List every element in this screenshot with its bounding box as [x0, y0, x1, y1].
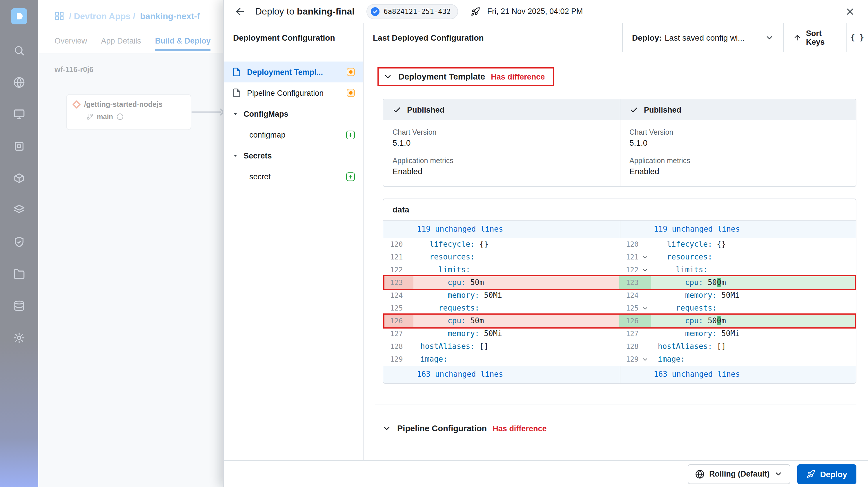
check-icon — [629, 105, 638, 114]
globe-icon — [695, 469, 705, 479]
diff-line-121: 121resources:121resources: — [383, 251, 856, 263]
deploy-dropdown-value: Last saved config wi... — [665, 33, 745, 42]
arrow-up-icon — [793, 33, 801, 41]
nav-deployment-template-label: Deployment Templ... — [247, 68, 323, 76]
chevron-down-icon — [382, 424, 392, 433]
chart-version-value: 5.1.0 — [629, 138, 846, 147]
drift-indicator-icon — [347, 68, 355, 76]
nav-configmaps-label: ConfigMaps — [244, 109, 288, 118]
image-tag-badge[interactable]: 6a824121-251-432 — [366, 4, 458, 19]
char-diff-highlight: 0 — [717, 316, 722, 325]
code-line-right: cpu: 500m — [651, 315, 856, 327]
diff-line-129: 129image:129image: — [383, 353, 856, 366]
expand-unchanged-right[interactable]: 163 unchanged lines — [620, 366, 856, 383]
code-line-left: resources: — [413, 251, 618, 263]
caret-down-icon — [232, 152, 239, 159]
sort-keys-label: Sort Keys — [806, 29, 837, 46]
chart-version-label: Chart Version — [393, 128, 610, 136]
check-icon — [393, 105, 401, 114]
comparison-toolbar: Deployment Configuration Last Deployed C… — [224, 23, 868, 52]
published-left: Published Chart Version 5.1.0 Applicatio… — [383, 99, 620, 186]
diff-line-120: 120lifecycle: {}120lifecycle: {} — [383, 238, 856, 251]
line-number-right[interactable]: 129 — [618, 353, 651, 366]
published-panel: Published Chart Version 5.1.0 Applicatio… — [383, 99, 857, 187]
diff-unchanged-banner: 163 unchanged lines163 unchanged lines — [383, 366, 856, 383]
nav-secret[interactable]: secret — [224, 166, 363, 187]
expand-unchanged-left[interactable]: 119 unchanged lines — [383, 221, 620, 238]
line-number-left: 126 — [383, 315, 413, 327]
file-icon — [232, 88, 241, 97]
nav-pipeline-configuration[interactable]: Pipeline Configuration — [224, 82, 363, 103]
diff-rows: 119 unchanged lines119 unchanged lines12… — [383, 221, 856, 383]
line-number-left: 123 — [383, 276, 413, 289]
added-indicator-icon — [346, 172, 355, 181]
code-editor-view-button[interactable]: { } — [846, 23, 868, 52]
section-title: Deployment Template — [398, 72, 485, 81]
nav-deployment-template[interactable]: Deployment Templ... — [224, 61, 363, 82]
compare-with-dropdown[interactable]: Deploy: Last saved config wi... — [622, 23, 783, 52]
chevron-down-icon — [765, 33, 774, 42]
nav-group-secrets[interactable]: Secrets — [224, 145, 363, 166]
close-button[interactable] — [842, 4, 858, 19]
chart-version-label: Chart Version — [629, 128, 846, 136]
nav-configmap[interactable]: configmap — [224, 124, 363, 145]
deployment-strategy-dropdown[interactable]: Rolling (Default) — [688, 464, 790, 484]
code-line-left: memory: 50Mi — [413, 327, 618, 340]
code-line-right: requests: — [651, 302, 856, 315]
sort-keys-button[interactable]: Sort Keys — [783, 23, 846, 52]
has-difference-badge: Has difference — [493, 424, 547, 433]
expand-unchanged-left[interactable]: 163 unchanged lines — [383, 366, 620, 383]
screen: / Devtron Apps / banking-next-f Overview… — [0, 0, 868, 487]
code-line-left: hostAliases: [] — [413, 340, 618, 353]
nav-secrets-label: Secrets — [244, 151, 272, 160]
line-number-right: 120 — [618, 238, 651, 251]
code-line-right: memory: 50Mi — [651, 327, 856, 340]
line-number-left: 121 — [383, 251, 413, 263]
char-diff-highlight: 0 — [717, 278, 722, 287]
published-right: Published Chart Version 5.1.0 Applicatio… — [620, 99, 856, 186]
diff-line-123: 123cpu: 50m123cpu: 500m — [383, 276, 856, 289]
added-indicator-icon — [346, 130, 355, 139]
section-pipeline-configuration[interactable]: Pipeline Configuration Has difference — [377, 420, 555, 436]
fold-chevron-icon — [642, 305, 648, 311]
code-line-right: memory: 50Mi — [651, 289, 856, 302]
back-button[interactable] — [232, 3, 248, 20]
config-nav: Deployment Templ... Pipeline Configurati… — [224, 52, 364, 460]
line-number-right[interactable]: 121 — [618, 251, 651, 263]
line-number-right: 123 — [618, 276, 651, 289]
line-number-right: 128 — [618, 340, 651, 353]
nav-group-configmaps[interactable]: ConfigMaps — [224, 103, 363, 124]
expand-unchanged-right[interactable]: 119 unchanged lines — [620, 221, 856, 238]
diff-line-128: 128hostAliases: []128hostAliases: [] — [383, 340, 856, 353]
published-status: Published — [407, 105, 444, 114]
line-number-left: 125 — [383, 302, 413, 315]
target-environment: banking-final — [297, 6, 354, 16]
code-line-left: limits: — [413, 263, 618, 276]
app-metrics-value: Enabled — [393, 167, 610, 176]
modal-footer: Rolling (Default) Deploy — [224, 460, 868, 487]
line-number-right[interactable]: 122 — [618, 263, 651, 276]
line-number-right[interactable]: 125 — [618, 302, 651, 315]
code-line-left: image: — [413, 353, 618, 366]
code-line-left: requests: — [413, 302, 618, 315]
deploy-dropdown-label: Deploy: — [632, 33, 662, 42]
fold-chevron-icon — [642, 254, 648, 260]
deploy-button[interactable]: Deploy — [798, 464, 857, 484]
section-separator — [375, 405, 857, 405]
diff-line-122: 122limits:122limits: — [383, 263, 856, 276]
section-deployment-template[interactable]: Deployment Template Has difference — [377, 67, 554, 86]
rocket-icon — [807, 469, 815, 478]
line-number-left: 122 — [383, 263, 413, 276]
diff-unchanged-banner: 119 unchanged lines119 unchanged lines — [383, 221, 856, 238]
code-line-right: image: — [651, 353, 856, 366]
line-number-left: 127 — [383, 327, 413, 340]
line-number-left: 129 — [383, 353, 413, 366]
deploy-datetime: Fri, 21 Nov 2025, 04:02 PM — [487, 7, 583, 16]
diff-line-127: 127memory: 50Mi127memory: 50Mi — [383, 327, 856, 340]
diff-line-124: 124memory: 50Mi124memory: 50Mi — [383, 289, 856, 302]
line-number-right: 126 — [618, 315, 651, 327]
has-difference-badge: Has difference — [491, 72, 545, 81]
comparison-content: Deployment Template Has difference Publi… — [364, 52, 868, 460]
code-line-right: hostAliases: [] — [651, 340, 856, 353]
deploy-button-label: Deploy — [820, 469, 847, 479]
